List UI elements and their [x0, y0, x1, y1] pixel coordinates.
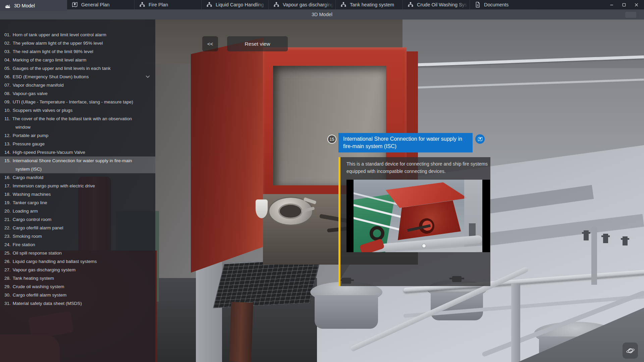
tab-label: Liquid Cargo Handling — [216, 2, 264, 7]
item-label: The yellow alarm light of the upper 95% … — [13, 41, 103, 46]
tab-immersion-cargo-pump-with-electric-drive[interactable]: 17.Immersion cargo pump with electric dr… — [0, 182, 155, 190]
window-control-icon — [609, 2, 614, 7]
minimize-button[interactable] — [605, 0, 618, 9]
tab-label: Crude Oil Washing Sys — [417, 2, 467, 7]
tab-cargo-manifold[interactable]: 16.Cargo manifold — [0, 173, 155, 182]
callout-title: International Shore Connection for water… — [338, 133, 473, 152]
tab-marking-of-the-cargo-limit-level-alarm[interactable]: 04.Marking of the cargo limit level alar… — [0, 56, 155, 64]
tab-high-speed-pressure-vacuum-valve[interactable]: 14.High-speed Pressure-Vacuum Valve — [0, 148, 155, 156]
item-label: Cargo manifold — [13, 175, 44, 180]
item-label: The red alarm light of the limit 98% lev… — [13, 49, 93, 54]
tab-icon — [340, 1, 347, 8]
item-number: 26. — [4, 259, 11, 264]
item-number: 22. — [4, 225, 11, 230]
item-label: Cargo oferfill alarm system — [13, 292, 67, 298]
tab-label: Tank heating system — [350, 2, 394, 7]
item-label: Fire station — [13, 242, 35, 247]
orbit-mode-button[interactable] — [623, 343, 638, 359]
tank-dome-body — [431, 291, 483, 320]
valve-fitting — [603, 234, 608, 243]
item-label: Washing machines — [13, 192, 51, 197]
maximize-button[interactable] — [618, 0, 630, 9]
tab-pressure-gauge[interactable]: 13.Pressure gauge — [0, 140, 155, 148]
item-label: Material safety data sheet (MSDS) — [13, 301, 82, 306]
tab-liquid-cargo-handling[interactable]: Liquid Cargo Handling — [201, 0, 268, 9]
tab-icon — [71, 1, 78, 8]
tab-oil-spill-response-station[interactable]: 25.Oil spill response station — [0, 249, 155, 257]
valve-fitting — [623, 236, 628, 245]
item-number: 28. — [4, 276, 11, 281]
close-button[interactable] — [630, 0, 643, 9]
tab-esd-emergency-shut-down-buttons[interactable]: 06.ESD (Emergency Shut Down) buttons — [0, 73, 155, 81]
tab-scuppers-with-valves-or-plugs[interactable]: 10.Scuppers with valves or plugs — [0, 106, 155, 115]
isc-coupling-bore — [278, 203, 303, 219]
tab-the-yellow-alarm-light-of-the-upper-95-level[interactable]: 02.The yellow alarm light of the upper 9… — [0, 39, 155, 47]
tab-uti-ullage-temperature-interface-slang-measure-tape[interactable]: 09.UTI (Ullage - Temperature - Interface… — [0, 98, 155, 106]
tab-cargo-oferfill-alarm-system[interactable]: 30.Cargo oferfill alarm system — [0, 291, 155, 299]
tab-tanker-cargo-line[interactable]: 19.Tanker cargo line — [0, 198, 155, 207]
tab-vapour-gas-valve[interactable]: 08.Vapour-gas valve — [0, 89, 155, 98]
item-label: UTI (Ullage - Temperature - Interface, s… — [13, 99, 133, 104]
item-label: Tank heating system — [13, 276, 54, 281]
viewport-3d[interactable]: 01.Horn of tank upper and limit level co… — [0, 19, 644, 362]
item-number: 05. — [4, 66, 11, 71]
window-control-icon — [634, 2, 639, 7]
item-number: 09. — [4, 99, 11, 104]
tab-icon — [273, 1, 280, 8]
show-on-plan-button[interactable] — [475, 134, 485, 144]
tab-international-shore-connection-for-water-supply-in-fire-main-system-isc[interactable]: 15.International Shore Connection for wa… — [0, 156, 155, 173]
red-pipe — [229, 302, 253, 362]
item-label: Horn of tank upper and limit level contr… — [13, 32, 106, 37]
item-label: Oil spill response station — [13, 251, 62, 256]
item-number: 06. — [4, 74, 11, 79]
tab-icon — [474, 1, 481, 8]
item-label: Liquid cargo handling and ballast system… — [13, 259, 97, 264]
tab-fire-plan[interactable]: Fire Plan — [134, 0, 201, 9]
tab-3d-model[interactable]: 3D Model — [0, 0, 67, 11]
tab-liquid-cargo-handling-and-ballast-systems[interactable]: 26.Liquid cargo handling and ballast sys… — [0, 257, 155, 266]
tab-cargo-control-room[interactable]: 21.Cargo control room — [0, 215, 155, 224]
item-number: 15. — [4, 158, 11, 163]
tab-general-plan[interactable]: General Plan — [67, 0, 134, 9]
tab-crude-oil-washing-system[interactable]: 29.Crude oil washing system — [0, 282, 155, 291]
tab-icon — [407, 1, 414, 8]
carousel-dot[interactable] — [422, 244, 426, 247]
tab-smoking-room[interactable]: 23.Smoking room — [0, 232, 155, 240]
tab-vapor-discharge-manifold[interactable]: 07.Vapor discharge manifold — [0, 81, 155, 89]
item-label: Loading arm — [13, 209, 38, 214]
titlebar-button[interactable] — [625, 12, 636, 18]
photo-valve-wheel — [370, 226, 384, 241]
app-window: 3D Model General Plan Fire Plan Liquid C… — [0, 0, 644, 362]
tab-fire-station[interactable]: 24.Fire station — [0, 240, 155, 249]
reset-view-button[interactable]: Reset view — [227, 36, 288, 51]
tab-the-cover-of-the-hole-of-the-ballast-tank-with-an-observation-window[interactable]: 11.The cover of the hole of the ballast … — [0, 115, 155, 131]
tab-tank-heating-system[interactable]: 28.Tank heating system — [0, 274, 155, 282]
tab-washing-machines[interactable]: 18.Washing machines — [0, 190, 155, 198]
collapse-sidebar-button[interactable]: << — [202, 36, 218, 51]
tab-the-red-alarm-light-of-the-limit-98-level[interactable]: 03.The red alarm light of the limit 98% … — [0, 47, 155, 56]
item-label: Cargo control room — [13, 217, 52, 222]
marker-badge-15[interactable]: 15 — [327, 135, 336, 144]
chevron-down-icon[interactable] — [145, 75, 151, 79]
item-label: International Shore Connection for water… — [13, 158, 132, 172]
tab-vapour-gas-discharging-system[interactable]: 27.Vapour gas discharging system — [0, 266, 155, 274]
tab-tank-heating-system[interactable]: Tank heating system — [335, 0, 402, 9]
tab-gauges-of-the-upper-and-limit-levels-in-each-tank[interactable]: 05.Gauges of the upper and limit levels … — [0, 64, 155, 73]
tab-cargo-oferfill-alarm-panel[interactable]: 22.Cargo oferfill alarm panel — [0, 224, 155, 232]
orbit-planet-icon — [626, 346, 635, 355]
white-funnel — [256, 199, 268, 218]
photo-structure-mark — [469, 223, 476, 237]
tab-portable-air-pump[interactable]: 12.Portable air pump — [0, 131, 155, 140]
item-number: 01. — [4, 32, 11, 37]
item-label: Marking of the cargo limit level alarm — [13, 57, 87, 62]
tab-material-safety-data-sheet-msds[interactable]: 31.Material safety data sheet (MSDS) — [0, 299, 155, 308]
tab-documents[interactable]: Documents — [470, 0, 537, 9]
callout-photo[interactable] — [346, 180, 490, 252]
tab-crude-oil-washing-sys[interactable]: Crude Oil Washing Sys — [402, 0, 470, 9]
tank-dome — [310, 282, 382, 329]
tab-vapour-gas-discharging[interactable]: Vapour gas discharging — [268, 0, 335, 9]
fire-station-box-door — [191, 38, 263, 273]
tab-horn-of-tank-upper-and-limit-level-control-alarm[interactable]: 01.Horn of tank upper and limit level co… — [0, 31, 155, 39]
map-pin-icon — [477, 136, 483, 142]
tab-loading-arm[interactable]: 20.Loading arm — [0, 207, 155, 215]
